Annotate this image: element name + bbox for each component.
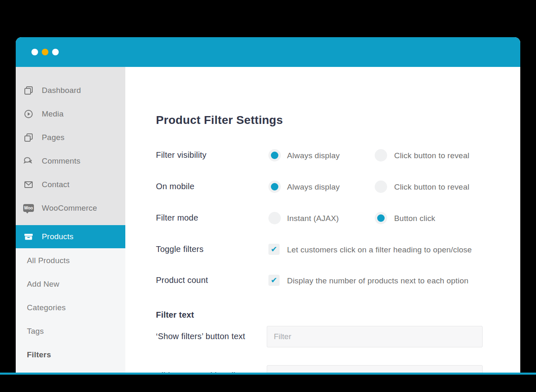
check-icon: ✔ — [271, 276, 278, 284]
radio-option-label: Instant (AJAX) — [287, 214, 339, 223]
slide-out-panel-heading-input[interactable] — [267, 365, 483, 373]
section-heading-filter-text: Filter text — [156, 310, 194, 320]
sidebar-subitem-all-products[interactable]: All Products — [27, 254, 70, 267]
checkbox-description: Display the number of products next to e… — [287, 276, 469, 285]
window-dot-3[interactable] — [52, 49, 59, 55]
sidebar-item-label: Pages — [42, 133, 65, 142]
toggle-filters-checkbox[interactable]: ✔ — [268, 244, 280, 255]
page: Dashboard Media Pages — [0, 0, 536, 392]
media-icon — [23, 109, 34, 119]
setting-label: Product count — [156, 276, 208, 285]
sidebar-item-media[interactable]: Media — [16, 102, 125, 126]
main-content: Product Filter Settings Filter visibilit… — [125, 67, 520, 373]
sidebar-item-label: Contact — [42, 180, 69, 189]
woo-badge: Woo — [23, 204, 34, 212]
radio-option-label: Always display — [287, 151, 340, 160]
sidebar-subitem-add-new[interactable]: Add New — [27, 278, 60, 290]
contact-icon — [23, 179, 34, 190]
sidebar-item-label: Dashboard — [42, 86, 81, 95]
sidebar-item-pages[interactable]: Pages — [16, 126, 125, 149]
sidebar-subitem-filters[interactable]: Filters — [27, 349, 51, 361]
field-label: ‘Show filters’ button text — [156, 332, 245, 341]
sidebar-item-products-active[interactable]: Products — [16, 225, 125, 248]
radio-click-button-to-reveal-mobile[interactable] — [375, 181, 387, 193]
show-filters-button-text-input[interactable] — [267, 326, 483, 347]
sidebar-subitem-label: Filters — [27, 350, 51, 359]
window-dot-2[interactable] — [42, 49, 48, 55]
setting-label: Filter mode — [156, 213, 198, 223]
product-count-checkbox[interactable]: ✔ — [268, 275, 280, 286]
setting-label: On mobile — [156, 182, 194, 191]
window-titlebar — [16, 37, 520, 67]
sidebar-subitem-label: Categories — [27, 303, 66, 312]
sidebar-subitem-label: All Products — [27, 256, 70, 265]
woocommerce-icon: Woo — [23, 203, 34, 214]
sidebar-subitem-label: Tags — [27, 327, 44, 336]
sidebar-item-woocommerce[interactable]: Woo WooCommerce — [16, 196, 125, 220]
app-window: Dashboard Media Pages — [16, 37, 520, 373]
sidebar-item-contact[interactable]: Contact — [16, 173, 125, 196]
radio-click-button-to-reveal[interactable] — [375, 149, 387, 162]
radio-always-display-mobile[interactable] — [268, 181, 281, 193]
products-icon — [23, 231, 34, 242]
sidebar-item-dashboard[interactable]: Dashboard — [16, 78, 125, 102]
radio-always-display[interactable] — [268, 149, 281, 162]
window-dot-1[interactable] — [31, 49, 38, 55]
checkbox-description: Let customers click on a filter heading … — [287, 245, 472, 254]
sidebar-item-label: Products — [42, 232, 74, 241]
sidebar: Dashboard Media Pages — [16, 67, 125, 373]
radio-option-label: Click button to reveal — [394, 183, 469, 192]
sidebar-subitem-categories[interactable]: Categories — [27, 302, 66, 314]
sidebar-subitem-tags[interactable]: Tags — [27, 325, 44, 337]
radio-option-label: Always display — [287, 183, 340, 192]
setting-label: Filter visibility — [156, 150, 206, 160]
setting-label: Toggle filters — [156, 245, 203, 254]
radio-button-click[interactable] — [375, 212, 387, 224]
page-title: Product Filter Settings — [156, 114, 283, 127]
sidebar-item-label: Comments — [42, 157, 80, 166]
check-icon: ✔ — [271, 245, 278, 253]
sidebar-subitem-label: Add New — [27, 280, 60, 289]
pages-icon — [23, 132, 34, 143]
dashboard-icon — [23, 85, 34, 96]
radio-instant-ajax[interactable] — [268, 212, 281, 224]
bottom-accent-bar — [0, 373, 536, 375]
radio-option-label: Click button to reveal — [394, 151, 469, 160]
sidebar-item-label: Media — [42, 109, 64, 119]
sidebar-item-label: WooCommerce — [42, 204, 97, 213]
comments-icon — [23, 156, 34, 166]
radio-option-label: Button click — [394, 214, 436, 223]
sidebar-item-comments[interactable]: Comments — [16, 149, 125, 173]
